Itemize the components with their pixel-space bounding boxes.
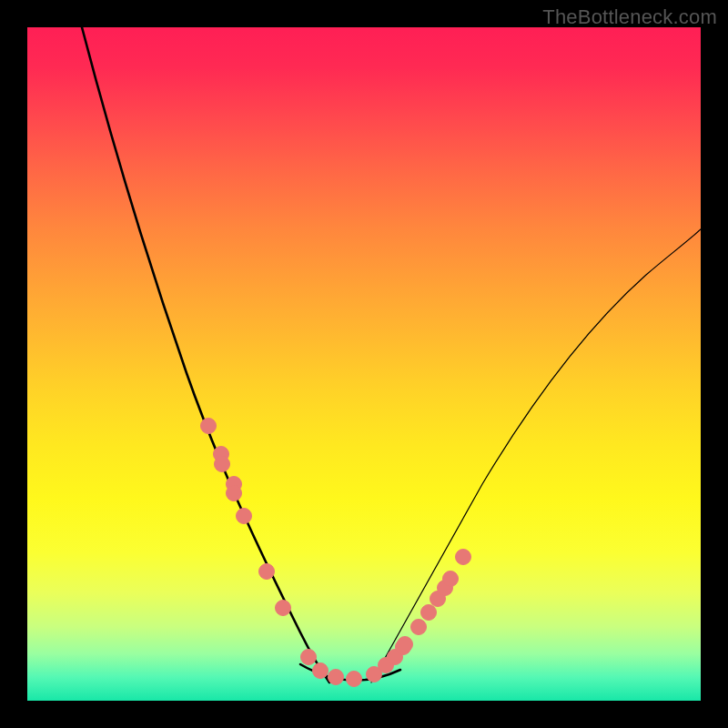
data-dot	[443, 571, 459, 587]
left-dot-cluster	[201, 419, 362, 687]
curve-layer	[27, 27, 701, 701]
data-dot	[227, 486, 242, 501]
data-dot	[259, 564, 275, 580]
data-dot	[411, 620, 427, 635]
data-dot	[329, 670, 344, 685]
plot-area	[27, 27, 701, 701]
left-curve	[82, 27, 329, 682]
data-dot	[201, 419, 217, 434]
data-dot	[276, 601, 291, 616]
chart-frame: TheBottleneck.com	[0, 0, 728, 728]
data-dot	[237, 509, 252, 524]
data-dot	[215, 457, 230, 472]
data-dot	[456, 550, 471, 565]
data-dot	[301, 650, 317, 665]
data-dot	[398, 637, 413, 652]
data-dot	[421, 605, 437, 621]
watermark-text: TheBottleneck.com	[542, 5, 717, 29]
data-dot	[313, 663, 329, 679]
right-dot-cluster	[367, 550, 471, 682]
data-dot	[347, 672, 362, 687]
